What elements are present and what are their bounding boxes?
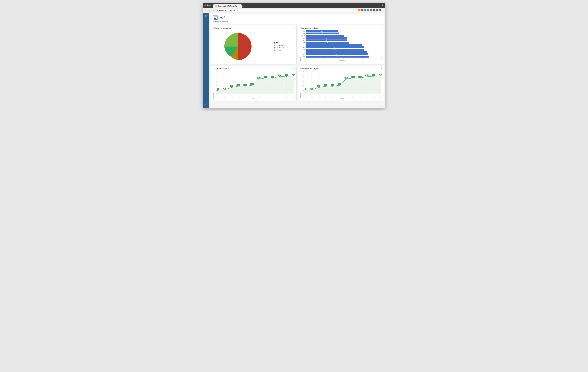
x-tick: APR bbox=[325, 96, 327, 98]
bar-track: 61 bbox=[306, 49, 382, 51]
profile-icon[interactable]: S bbox=[379, 9, 381, 11]
bar-track: 59 bbox=[306, 44, 382, 46]
tick-80: 80 bbox=[381, 58, 382, 60]
logout-button[interactable] bbox=[204, 101, 208, 107]
bar-month-label: MAY bbox=[301, 40, 305, 41]
y-tick: 63 bbox=[214, 76, 217, 77]
x-tick: JUL bbox=[258, 96, 260, 98]
sidebar-expand-button[interactable]: › bbox=[205, 20, 207, 22]
sidebar-toggle-icon[interactable] bbox=[376, 9, 378, 11]
sidebar-toggle-button[interactable]: ☰ bbox=[204, 14, 208, 19]
svg-point-52 bbox=[279, 76, 280, 77]
line-chart-1-inner: 726354453627 343540434345596161646566 JA… bbox=[214, 71, 295, 99]
line-chart-2-inner: 726354453627 343540434345596161646566 JA… bbox=[301, 71, 382, 99]
bar-chart-menu[interactable]: ≡ bbox=[381, 27, 382, 29]
svg-text:45: 45 bbox=[339, 83, 340, 85]
minimize-button[interactable] bbox=[207, 4, 209, 6]
bar-row: JUL 59 bbox=[301, 44, 382, 46]
bar-row: OCT 64 bbox=[301, 51, 382, 53]
url-text: localhost:3000/backoffice/ bbox=[219, 9, 238, 11]
y-tick: 36 bbox=[214, 90, 217, 91]
svg-point-100 bbox=[353, 78, 354, 79]
pie-legend: JDI Open Olifant Van der Valk bbox=[274, 42, 284, 51]
bar-fill: 59 bbox=[306, 44, 362, 46]
new-tab-button[interactable]: + bbox=[242, 5, 244, 8]
bar-month-label: DEC bbox=[301, 56, 305, 57]
extension-icon-2[interactable] bbox=[361, 9, 363, 11]
svg-point-82 bbox=[311, 89, 312, 90]
svg-text:35: 35 bbox=[224, 88, 225, 89]
x-tick: OCT bbox=[279, 96, 281, 98]
close-button[interactable] bbox=[204, 4, 206, 6]
extension-icon-4[interactable] bbox=[367, 9, 369, 11]
x-tick: NOV bbox=[285, 96, 288, 98]
line-chart-2-body: Customers 726354453627 34354043434559616… bbox=[300, 71, 382, 99]
tab-close-icon[interactable]: × bbox=[239, 5, 240, 7]
reload-button[interactable]: ↻ bbox=[212, 9, 214, 12]
y-tick: 36 bbox=[301, 90, 304, 91]
pie-chart-card: Customers by companies ≡ bbox=[211, 25, 297, 65]
x-tick: AUG bbox=[352, 96, 354, 98]
svg-point-112 bbox=[380, 75, 381, 76]
browser-menu-button[interactable]: ⋮ bbox=[382, 9, 384, 11]
x-tick: MAY bbox=[245, 96, 247, 98]
line-chart-1-menu[interactable]: ≡ bbox=[294, 68, 295, 70]
logo-text: JDi bbox=[219, 16, 225, 20]
bar-month-label: SEP bbox=[301, 49, 305, 50]
maximize-button[interactable] bbox=[209, 4, 211, 6]
x-tick: JUN bbox=[252, 96, 254, 98]
legend-label-olifant: Open Olifant bbox=[276, 44, 284, 46]
bar-track: 45 bbox=[306, 42, 382, 44]
svg-text:45: 45 bbox=[252, 83, 253, 85]
address-bar[interactable]: 🔒 localhost:3000/backoffice/ bbox=[215, 9, 356, 12]
pie-chart-menu[interactable]: ≡ bbox=[294, 27, 295, 29]
active-tab[interactable]: Dashboard - JDi Backoffice × bbox=[213, 4, 242, 8]
browser-toolbar-icons: S ⋮ bbox=[358, 9, 384, 11]
bar-fill: 35 bbox=[306, 32, 339, 34]
line1-x-axis-label: Months bbox=[214, 98, 295, 99]
svg-text:65: 65 bbox=[373, 74, 374, 76]
y-tick: 54 bbox=[214, 81, 217, 82]
y-tick: 27 bbox=[214, 95, 217, 96]
extensions-button[interactable] bbox=[373, 9, 375, 11]
bar-row: SEP 61 bbox=[301, 49, 382, 51]
bar-fill: 34 bbox=[306, 30, 338, 32]
x-tick: JAN bbox=[217, 96, 220, 98]
bar-row: JAN 34 bbox=[301, 30, 382, 32]
svg-text:59: 59 bbox=[258, 77, 260, 78]
extension-icon-3[interactable] bbox=[364, 9, 366, 11]
extension-icon-1[interactable] bbox=[358, 9, 360, 11]
pie-chart-svg bbox=[223, 31, 253, 62]
line2-y-axis-label: Customers bbox=[300, 71, 301, 99]
x-tick: DEC bbox=[380, 96, 382, 98]
main-content: JDi smart web applications Customers by … bbox=[209, 13, 385, 108]
browser-titlebar: Dashboard - JDi Backoffice × + ⋮ bbox=[203, 3, 385, 8]
line-chart-1-title: All customers by last year bbox=[212, 68, 231, 70]
logo-subtitle: smart web applications bbox=[213, 21, 228, 22]
x-tick: JAN bbox=[304, 96, 307, 98]
bar-track: 65 bbox=[306, 53, 382, 55]
bar-month-label: JUN bbox=[301, 42, 305, 43]
bar-fill: 61 bbox=[306, 49, 364, 51]
svg-point-55 bbox=[286, 76, 287, 77]
extension-icon-5[interactable] bbox=[370, 9, 372, 11]
x-tick: DEC bbox=[293, 96, 295, 98]
browser-more-button[interactable]: ⋮ bbox=[381, 4, 384, 7]
bar-fill: 65 bbox=[306, 53, 368, 55]
line-chart-2-title: All customers by last year bbox=[300, 68, 318, 70]
svg-text:40: 40 bbox=[231, 86, 232, 87]
sidebar-bottom bbox=[204, 101, 208, 107]
y-tick: 54 bbox=[301, 81, 304, 82]
x-tick: AUG bbox=[265, 96, 267, 98]
back-button[interactable]: ← bbox=[204, 9, 207, 12]
svg-point-28 bbox=[224, 89, 225, 90]
line-chart-2-menu[interactable]: ≡ bbox=[381, 68, 382, 70]
legend-item-jdi: JDI bbox=[274, 42, 284, 44]
bar-track: 34 bbox=[306, 30, 382, 32]
forward-button[interactable]: → bbox=[208, 9, 211, 12]
y-tick: 63 bbox=[301, 76, 304, 77]
legend-label-valk: Van der Valk bbox=[276, 47, 284, 49]
bar-track: 35 bbox=[306, 32, 382, 34]
line-chart-1-header: All customers by last year ≡ bbox=[212, 68, 295, 70]
bar-row: AUG 61 bbox=[301, 46, 382, 48]
